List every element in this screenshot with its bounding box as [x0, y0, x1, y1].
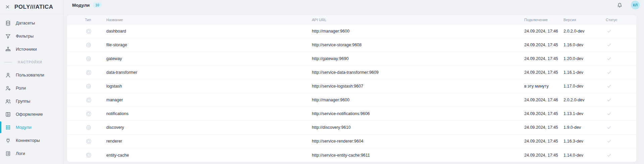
module-gear-icon	[85, 41, 92, 49]
module-name: gateway	[106, 56, 312, 61]
module-gear-icon	[85, 55, 92, 62]
status-check-icon	[606, 42, 636, 48]
sidebar-item-filters[interactable]: Фильтры	[0, 30, 63, 43]
page-title: Модули	[72, 3, 90, 8]
module-name: file-storage	[106, 43, 312, 47]
module-core-icon	[85, 69, 92, 76]
module-api-url: http://manager:9600	[312, 29, 524, 34]
user-icon	[5, 72, 11, 78]
module-type-cell	[67, 69, 106, 76]
sidebar-header: POLY///ATICA	[0, 0, 63, 14]
appearance-icon	[5, 111, 11, 118]
logs-icon	[5, 150, 11, 157]
sources-icon	[5, 46, 11, 53]
module-connection-time: 24.09.2024, 17:45	[524, 111, 564, 116]
sidebar-item-connectors[interactable]: Коннекторы	[0, 134, 63, 147]
module-version: 1.16.3-dev	[564, 139, 606, 144]
table-row[interactable]: notifications http://service-notificatio…	[67, 107, 636, 121]
table-body: dashboard http://manager:9600 24.09.2024…	[67, 24, 636, 162]
sidebar-item-modules[interactable]: Модули	[0, 121, 63, 134]
column-header-version: Версия	[564, 18, 606, 22]
close-sidebar-icon[interactable]	[3, 2, 12, 12]
module-version: 1.13.1-dev	[564, 111, 606, 116]
sidebar: POLY///ATICA Датасеты Фильтры Источники …	[0, 0, 64, 164]
notifications-bell-icon[interactable]	[615, 1, 624, 9]
sidebar-item-label: Роли	[16, 86, 26, 91]
filter-icon	[5, 33, 11, 40]
table-header-row: Тип Название API URL Подключение Версия …	[67, 15, 636, 24]
module-name: data-transformer	[106, 70, 312, 75]
user-avatar[interactable]: КЛ	[631, 1, 640, 9]
status-check-icon	[606, 29, 636, 34]
sidebar-nav: Датасеты Фильтры Источники НАСТРОЙКИ Пол…	[0, 14, 63, 160]
module-name: logstash	[106, 84, 312, 89]
module-type-cell	[67, 96, 106, 104]
sidebar-item-roles[interactable]: Роли	[0, 81, 63, 95]
table-row[interactable]: logstash http://service-logstash:9607 в …	[67, 79, 636, 93]
module-connection-time: 24.09.2024, 17:45	[524, 70, 564, 75]
sidebar-item-sources[interactable]: Источники	[0, 43, 63, 56]
modules-icon	[5, 124, 11, 131]
sidebar-item-label: Группы	[16, 99, 30, 104]
sidebar-item-datasets[interactable]: Датасеты	[0, 16, 63, 30]
module-api-url: http://service-storage:9608	[312, 43, 524, 47]
module-version: 1.16.1-dev	[564, 70, 606, 75]
module-type-cell	[67, 152, 106, 159]
status-check-icon	[606, 97, 636, 103]
module-core-icon	[85, 110, 92, 117]
status-check-icon	[606, 125, 636, 130]
module-version: 1.9.0-dev	[564, 125, 606, 130]
module-connection-time: 24.09.2024, 17:45	[524, 139, 564, 144]
column-header-status: Статус	[606, 18, 636, 22]
module-name: notifications	[106, 111, 312, 116]
module-name: dashboard	[106, 29, 312, 34]
module-connection-time: 24.09.2024, 17:45	[524, 43, 564, 47]
module-version: 2.0.2.0-dev	[564, 98, 606, 102]
module-core-icon	[85, 96, 92, 104]
module-version: 1.20.0-dev	[564, 56, 606, 61]
app-logo: POLY///ATICA	[14, 4, 53, 10]
module-gear-icon	[85, 124, 92, 131]
status-check-icon	[606, 153, 636, 158]
module-name: renderer	[106, 139, 312, 144]
sidebar-item-label: Пользователи	[16, 72, 44, 77]
table-row[interactable]: data-transformer http://service-data-tra…	[67, 66, 636, 79]
module-connection-time: в эту минуту	[524, 84, 564, 89]
table-row[interactable]: entity-cache http://service-entity-cache…	[67, 148, 636, 162]
sidebar-item-label: Логи	[16, 151, 25, 156]
sidebar-section-settings: НАСТРОЙКИ	[0, 56, 63, 68]
sidebar-item-label: Оформление	[16, 112, 43, 117]
module-version: 2.0.2.0-dev	[564, 29, 606, 34]
modules-table-card: Тип Название API URL Подключение Версия …	[67, 15, 636, 162]
modules-count-badge: 10	[93, 2, 102, 8]
module-core-icon	[85, 28, 92, 35]
table-row[interactable]: file-storage http://service-storage:9608…	[67, 38, 636, 52]
table-row[interactable]: manager http://manager:9600 24.09.2024, …	[67, 93, 636, 107]
connector-icon	[5, 137, 11, 144]
module-api-url: http://service-data-transformer:9609	[312, 70, 524, 75]
sidebar-item-logs[interactable]: Логи	[0, 147, 63, 160]
sidebar-item-label: Фильтры	[16, 34, 34, 39]
sidebar-item-label: Модули	[16, 125, 32, 130]
table-row[interactable]: renderer http://service-renderer:9604 24…	[67, 134, 636, 148]
table-row[interactable]: dashboard http://manager:9600 24.09.2024…	[67, 24, 636, 38]
status-check-icon	[606, 84, 636, 89]
sidebar-item-users[interactable]: Пользователи	[0, 68, 63, 81]
column-header-api-url: API URL	[312, 18, 524, 22]
module-type-cell	[67, 138, 106, 145]
sidebar-item-label: Источники	[16, 47, 37, 52]
sidebar-item-groups[interactable]: Группы	[0, 95, 63, 108]
module-api-url: http://service-renderer:9604	[312, 139, 524, 144]
module-type-cell	[67, 41, 106, 49]
module-name: discovery	[106, 125, 312, 130]
module-version: 1.16.0-dev	[564, 43, 606, 47]
module-core-icon	[85, 138, 92, 145]
table-row[interactable]: discovery http://discovery:9610 24.09.20…	[67, 121, 636, 134]
sidebar-item-appearance[interactable]: Оформление	[0, 108, 63, 121]
module-name: entity-cache	[106, 153, 312, 158]
table-row[interactable]: gateway http://gateway:9690 24.09.2024, …	[67, 52, 636, 66]
module-type-cell	[67, 28, 106, 35]
module-api-url: http://manager:9600	[312, 98, 524, 102]
section-label: НАСТРОЙКИ	[18, 60, 42, 64]
status-check-icon	[606, 139, 636, 144]
